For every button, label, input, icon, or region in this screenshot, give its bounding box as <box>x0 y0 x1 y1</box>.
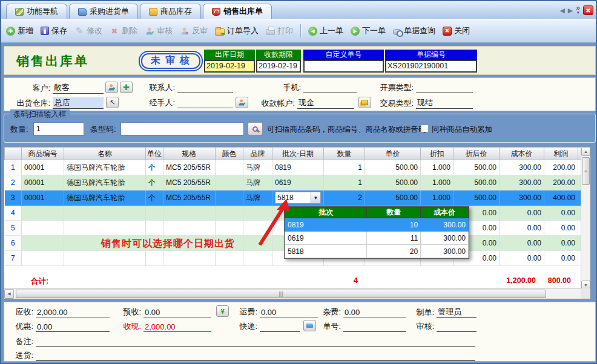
scan-qty-input[interactable] <box>33 122 84 135</box>
doc-number-value[interactable]: XS201902190001 <box>385 60 477 73</box>
table-cell[interactable]: 1.000 <box>421 190 454 206</box>
table-cell[interactable] <box>216 175 243 190</box>
vertical-scrollbar[interactable]: ▲ ≡ ▼ <box>581 147 590 290</box>
table-cell[interactable]: 德国马牌汽车轮胎 <box>64 175 146 190</box>
column-header[interactable]: 商品编号 <box>22 148 64 160</box>
prepaid-lookup-button[interactable]: ¥ <box>216 305 229 317</box>
table-cell[interactable]: 马牌 <box>243 160 272 175</box>
table-cell[interactable]: 0619 <box>272 175 324 190</box>
table-cell[interactable] <box>146 206 163 221</box>
express-value[interactable] <box>260 322 300 332</box>
horizontal-scrollbar[interactable]: ◀ ||| <box>4 288 581 299</box>
tab-inventory[interactable]: 商品库存 <box>140 4 201 19</box>
table-cell[interactable]: 德国马牌汽车轮胎 <box>64 190 146 206</box>
chevron-down-icon[interactable]: ▼ <box>311 192 320 203</box>
table-cell[interactable] <box>216 160 243 175</box>
tab-overflow-icon[interactable]: »▾ <box>576 5 580 15</box>
cash-received-value[interactable]: 2,000.00 <box>143 322 211 332</box>
import-order-button[interactable]: 订单导入 <box>215 25 259 36</box>
print-button[interactable]: 打印 <box>266 25 293 36</box>
dropdown-option-row[interactable]: 061911300.00 <box>285 232 469 245</box>
dropdown-cell[interactable]: 5818 <box>285 245 367 258</box>
table-cell[interactable] <box>163 206 216 221</box>
table-cell[interactable] <box>216 206 243 221</box>
table-cell[interactable]: 500.00 <box>454 175 500 190</box>
column-header[interactable]: 品牌 <box>243 148 272 160</box>
table-cell[interactable]: 个 <box>146 175 163 190</box>
next-doc-button[interactable]: 下一单 <box>351 25 386 36</box>
table-cell[interactable] <box>22 206 64 221</box>
table-cell[interactable]: 0819 <box>272 160 324 175</box>
table-cell[interactable]: 00001 <box>22 175 64 190</box>
discount-value[interactable]: 0.00 <box>36 322 110 332</box>
table-cell[interactable] <box>146 221 163 236</box>
table-cell[interactable] <box>146 251 163 266</box>
table-cell[interactable]: 1.000 <box>421 175 454 190</box>
dropdown-option-row[interactable]: 581820300.00 <box>285 245 469 258</box>
table-row[interactable]: 300001德国马牌汽车轮胎个MC5 205/55R马牌5818▼2500.00… <box>5 190 585 206</box>
tab-sales-outbound[interactable]: 销售出库单 <box>203 4 272 19</box>
delete-button[interactable]: 删除 <box>110 25 137 36</box>
table-cell[interactable]: 1 <box>324 175 365 190</box>
scroll-up-button[interactable]: ▲ <box>581 147 590 156</box>
remark-value[interactable] <box>36 337 475 347</box>
column-header[interactable]: 规格 <box>163 148 216 160</box>
table-cell[interactable] <box>22 236 64 251</box>
dropdown-cell[interactable]: 10 <box>367 218 421 232</box>
close-button[interactable]: 关闭 <box>443 25 470 36</box>
vertical-scroll-thumb[interactable]: ≡ <box>582 157 590 185</box>
table-cell[interactable]: 0.00 <box>544 251 578 266</box>
due-date-value[interactable]: 2019-02-19 <box>256 60 301 73</box>
accumulate-checkbox[interactable] <box>421 125 429 132</box>
table-cell[interactable]: 马牌 <box>243 175 272 190</box>
table-cell[interactable]: 0.00 <box>544 221 578 236</box>
tab-scroll-right-icon[interactable]: ▶ <box>568 7 573 15</box>
table-cell[interactable]: 个 <box>146 160 163 175</box>
select-express-button[interactable] <box>303 320 316 331</box>
horizontal-scroll-thumb[interactable]: ||| <box>16 290 546 298</box>
close-window-button[interactable]: ✖ <box>583 5 593 15</box>
contact-value[interactable] <box>177 83 233 93</box>
table-row[interactable]: 200001德国马牌汽车轮胎个MC5 205/55R马牌06191500.001… <box>5 175 585 190</box>
column-header[interactable]: 成本价 <box>500 148 544 160</box>
custom-number-value[interactable] <box>303 60 384 73</box>
dropdown-cell[interactable]: 0619 <box>285 232 367 245</box>
table-cell[interactable]: 200.00 <box>544 175 578 190</box>
table-cell[interactable]: 1.000 <box>421 160 454 175</box>
column-header[interactable]: 折扣 <box>421 148 454 160</box>
dropdown-cell[interactable]: 300.00 <box>421 232 469 245</box>
column-header[interactable]: 折后价 <box>454 148 500 160</box>
table-cell[interactable]: MC5 205/55R <box>163 175 216 190</box>
table-cell[interactable]: 0.00 <box>544 236 578 251</box>
dropdown-option-row[interactable]: 081910300.00 <box>285 218 469 232</box>
unaudit-button[interactable]: 反审 <box>180 25 208 36</box>
table-cell[interactable]: 2 <box>324 190 365 206</box>
column-header[interactable]: 单位 <box>146 148 163 160</box>
mobile-value[interactable] <box>303 83 357 93</box>
table-cell[interactable]: 0.00 <box>544 206 578 221</box>
column-header[interactable]: 单价 <box>365 148 421 160</box>
table-cell[interactable] <box>163 251 216 266</box>
table-cell[interactable] <box>64 221 146 236</box>
select-warehouse-button[interactable]: ↖ <box>106 97 119 108</box>
warehouse-value[interactable]: 总店 <box>53 97 104 109</box>
add-customer-button[interactable]: ✚ <box>120 82 133 93</box>
table-cell[interactable]: 300.00 <box>500 190 544 206</box>
trade-type-value[interactable]: 现结 <box>416 97 473 109</box>
freight-value[interactable]: 0.00 <box>260 308 318 317</box>
batch-dropdown-table[interactable]: 批次数量成本价081910300.00061911300.00581820300… <box>285 207 469 258</box>
table-cell[interactable] <box>216 221 243 236</box>
misc-fee-value[interactable]: 0.00 <box>343 308 406 317</box>
customer-value[interactable]: 散客 <box>53 82 104 94</box>
invoice-type-value[interactable] <box>416 83 473 93</box>
barcode-search-button[interactable] <box>248 122 263 135</box>
select-handler-button[interactable] <box>236 97 248 108</box>
tab-function-nav[interactable]: 功能导航 <box>6 4 67 19</box>
outbound-date-value[interactable]: 2019-02-19 <box>204 60 255 73</box>
table-cell[interactable]: 500.00 <box>365 160 421 175</box>
account-value[interactable]: 现金 <box>297 97 354 109</box>
barcode-input[interactable] <box>120 122 244 135</box>
tab-scroll-left-icon[interactable]: ◀ <box>559 7 564 15</box>
table-cell[interactable] <box>22 251 64 266</box>
dropdown-cell[interactable]: 20 <box>367 245 421 258</box>
